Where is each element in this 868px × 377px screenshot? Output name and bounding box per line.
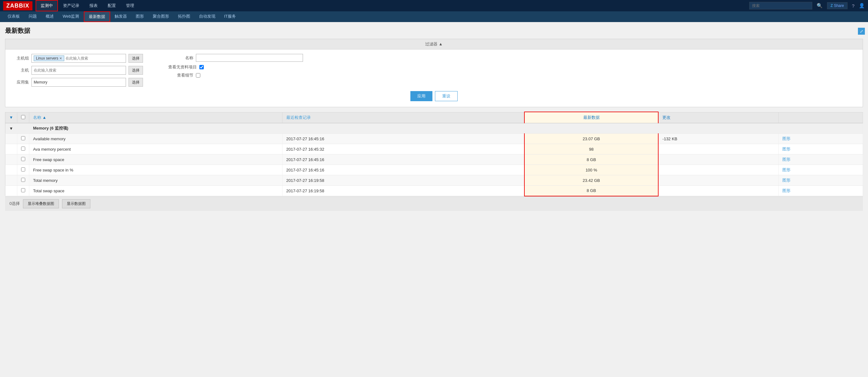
- nav-item-reports[interactable]: 报表: [84, 0, 103, 11]
- row-check[interactable]: [17, 175, 29, 186]
- col-last-check-header[interactable]: 最近检查记录: [282, 112, 524, 123]
- apply-button[interactable]: 应用: [410, 91, 432, 101]
- user-icon[interactable]: 👤: [859, 3, 865, 8]
- col-name-label[interactable]: 名称: [33, 115, 41, 120]
- filter-header[interactable]: 过滤器 ▲: [5, 39, 863, 50]
- row-check[interactable]: [17, 144, 29, 154]
- group-label: Memory (6 监控项): [29, 123, 863, 134]
- sub-nav-web[interactable]: Web监测: [58, 11, 84, 22]
- sub-nav-problems[interactable]: 问题: [24, 11, 41, 22]
- row-change: -132 KB: [658, 134, 778, 144]
- details-checkbox[interactable]: [196, 73, 200, 78]
- host-label: 主机: [12, 67, 29, 73]
- zshare-label: Share: [834, 3, 844, 8]
- row-graph[interactable]: 图形: [778, 154, 863, 165]
- table-header-row: ▼ 名称 ▲ 最近检查记录 最新数据 更改: [5, 112, 863, 123]
- row-last-check: 2017-07-27 16:19:58: [282, 175, 524, 186]
- zabbix-logo: ZABBIX: [3, 1, 32, 10]
- host-group-search-input[interactable]: [65, 56, 124, 60]
- nav-item-config[interactable]: 配置: [103, 0, 121, 11]
- row-arrow: [5, 154, 17, 165]
- row-graph[interactable]: 图形: [778, 134, 863, 144]
- no-data-label: 查看无资料项目: [168, 64, 197, 70]
- app-input-wrap[interactable]: [31, 78, 126, 87]
- filter-actions: 应用 重设: [12, 91, 856, 101]
- sub-nav-discovery[interactable]: 自动发现: [195, 11, 220, 22]
- filter-right: 名称 查看无资料项目 查看细节: [168, 54, 303, 87]
- host-search-input[interactable]: [34, 68, 124, 72]
- filter-name-row: 名称: [168, 54, 303, 62]
- row-checkbox[interactable]: [21, 136, 25, 140]
- row-checkbox[interactable]: [21, 147, 25, 151]
- sub-nav-dashboard[interactable]: 仪表板: [3, 11, 24, 22]
- expand-icon[interactable]: ⤢: [858, 28, 865, 35]
- filter-left: 主机组 Linux servers ✕ 选择 主机: [12, 54, 143, 87]
- col-last-check-label[interactable]: 最近检查记录: [286, 115, 311, 120]
- sub-nav-graphs[interactable]: 图形: [131, 11, 148, 22]
- host-group-input-wrap[interactable]: Linux servers ✕: [31, 54, 126, 63]
- sub-nav-it-services[interactable]: IT服务: [220, 11, 241, 22]
- row-check[interactable]: [17, 186, 29, 196]
- host-select-button[interactable]: 选择: [128, 66, 143, 75]
- selected-count-label: 0选择: [9, 201, 20, 206]
- col-name-header[interactable]: 名称 ▲: [29, 112, 282, 123]
- host-group-select-button[interactable]: 选择: [128, 54, 143, 63]
- filter-panel: 过滤器 ▲ 主机组 Linux servers ✕: [5, 39, 863, 107]
- details-label: 查看细节: [168, 72, 193, 78]
- zshare-button[interactable]: Z Share: [827, 2, 847, 9]
- row-change: [658, 175, 778, 186]
- row-checkbox[interactable]: [21, 188, 25, 192]
- nav-item-assets[interactable]: 资产记录: [58, 0, 84, 11]
- row-graph[interactable]: 图形: [778, 165, 863, 175]
- row-checkbox[interactable]: [21, 157, 25, 161]
- row-last-check: 2017-07-27 16:45:16: [282, 134, 524, 144]
- col-checkbox-header[interactable]: [17, 112, 29, 123]
- sort-icon: ▲: [42, 115, 46, 120]
- app-select-button[interactable]: 选择: [128, 78, 143, 87]
- data-table: ▼ 名称 ▲ 最近检查记录 最新数据 更改 ▼ Memory: [5, 112, 863, 196]
- row-check[interactable]: [17, 165, 29, 175]
- bottom-bar: 0选择 显示堆叠数据图 显示数据图: [5, 196, 863, 211]
- table-row: Free swap space 2017-07-27 16:45:16 8 GB…: [5, 154, 863, 165]
- sub-nav-triggers[interactable]: 触发器: [110, 11, 131, 22]
- sub-nav-overview[interactable]: 概述: [41, 11, 58, 22]
- row-graph[interactable]: 图形: [778, 144, 863, 154]
- sub-nav-maps[interactable]: 拓扑图: [174, 11, 195, 22]
- search-icon[interactable]: 🔍: [817, 3, 823, 8]
- data-chart-button[interactable]: 显示数据图: [62, 199, 90, 208]
- row-check[interactable]: [17, 154, 29, 165]
- app-search-input[interactable]: [34, 80, 124, 85]
- nav-item-monitor[interactable]: 监测中: [36, 0, 58, 11]
- help-icon[interactable]: ?: [852, 3, 855, 8]
- col-change-header: 更改: [658, 112, 778, 123]
- reset-button[interactable]: 重设: [435, 91, 458, 101]
- group-row: ▼ Memory (6 监控项): [5, 123, 863, 134]
- group-check: [17, 123, 29, 134]
- stacked-chart-button[interactable]: 显示堆叠数据图: [23, 199, 59, 208]
- no-data-checkbox[interactable]: [199, 65, 204, 69]
- row-graph[interactable]: 图形: [778, 186, 863, 196]
- group-name: Memory: [33, 126, 49, 130]
- name-label: 名称: [168, 55, 193, 61]
- row-name: Total memory: [29, 175, 282, 186]
- global-search-input[interactable]: [749, 2, 812, 9]
- row-checkbox[interactable]: [21, 167, 25, 172]
- group-arrow[interactable]: ▼: [5, 123, 17, 134]
- select-all-checkbox[interactable]: [21, 115, 25, 119]
- row-graph[interactable]: 图形: [778, 175, 863, 186]
- top-navigation: ZABBIX 监测中 资产记录 报表 配置 管理 🔍 Z Share ? 👤: [0, 0, 868, 11]
- col-latest-data-header: 最新数据: [524, 112, 658, 123]
- nav-item-admin[interactable]: 管理: [121, 0, 139, 11]
- table-row: Free swap space in % 2017-07-27 16:45:16…: [5, 165, 863, 175]
- row-change: [658, 154, 778, 165]
- row-check[interactable]: [17, 134, 29, 144]
- col-arrow: ▼: [5, 112, 17, 123]
- host-input-wrap[interactable]: [31, 66, 126, 75]
- name-input[interactable]: [196, 54, 303, 62]
- row-change: [658, 186, 778, 196]
- row-checkbox[interactable]: [21, 178, 25, 182]
- row-latest-data: 98: [524, 144, 658, 154]
- sub-nav-screens[interactable]: 聚合图形: [148, 11, 174, 22]
- host-group-tag-remove[interactable]: ✕: [59, 56, 62, 60]
- sub-nav-latest-data[interactable]: 最新数据: [84, 11, 110, 22]
